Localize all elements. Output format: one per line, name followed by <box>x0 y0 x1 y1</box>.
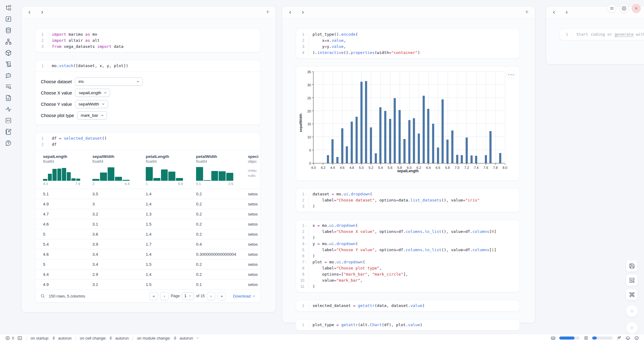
fold-chevron-icon[interactable] <box>304 261 308 264</box>
generate-with-ai-link[interactable]: generate <box>614 32 634 37</box>
chart-options-button[interactable]: ●●● <box>506 69 516 79</box>
stop-circle-icon[interactable] <box>626 305 638 317</box>
column-min-max: 4.37.9 <box>43 182 80 186</box>
notebook-pen-icon[interactable] <box>5 128 12 135</box>
chevron-left-icon[interactable] <box>27 10 32 15</box>
line-number: 1 <box>302 191 304 197</box>
code-editor[interactable]: 1 Start coding or generate with AI <box>560 29 644 40</box>
select-choose-y-value[interactable]: sepalWidth <box>75 100 108 108</box>
package-icon[interactable] <box>5 49 12 56</box>
code-row: 1plot_type = getattr(alt.Chart(df), plot… <box>296 322 520 328</box>
file-tree-icon[interactable] <box>5 4 12 11</box>
on-cell-change-setting[interactable]: on cell change: autorun <box>80 336 129 341</box>
histogram-bar <box>219 171 226 181</box>
file-text-icon[interactable] <box>5 94 12 101</box>
line-number: 2 <box>302 37 304 44</box>
code-editor[interactable]: 1import marimo as mo2import altair as al… <box>35 29 260 52</box>
list-search-icon[interactable] <box>5 83 12 90</box>
code-editor[interactable]: 1plot_type = getattr(alt.Chart(df), plot… <box>296 319 520 330</box>
line-gutter: 3 <box>296 203 309 209</box>
network-icon[interactable] <box>5 38 12 45</box>
on-module-change-setting[interactable]: on module change: autorun <box>137 336 200 341</box>
command-icon[interactable] <box>626 288 638 301</box>
dropdown-row: Choose datasetiris <box>41 76 260 87</box>
code-line: dataset = mo.ui.dropdown( <box>309 191 520 197</box>
cell-plot-type: 1plot_type = getattr(alt.Chart(df), plot… <box>296 319 520 330</box>
terminal-icon[interactable] <box>17 336 22 341</box>
prev-page-button[interactable]: ‹ <box>160 292 169 300</box>
database-icon[interactable] <box>5 27 12 34</box>
select-choose-x-value[interactable]: sepalLength <box>75 89 110 97</box>
add-cell-icon[interactable] <box>265 9 270 16</box>
bot-icon[interactable] <box>625 336 630 341</box>
gridline <box>313 84 505 85</box>
on-startup-setting[interactable]: on startup: autorun <box>30 336 72 341</box>
select-choose-plot-type[interactable]: mark_bar <box>77 111 107 119</box>
column-dtype: float64 <box>43 159 85 164</box>
y-tick-mark <box>312 72 313 72</box>
sparkles-icon[interactable] <box>616 336 621 341</box>
code-editor[interactable]: 1x = mo.ui.dropdown(2 label="Choose X va… <box>296 220 520 292</box>
activity-icon[interactable] <box>5 106 12 112</box>
table-cell: setos <box>240 212 260 216</box>
settings-gear-icon[interactable] <box>620 4 628 13</box>
download-button[interactable]: Download <box>233 294 256 298</box>
chart-bar <box>489 131 492 163</box>
code-editor[interactable]: 1df = selected_dataset()2df <box>35 133 260 150</box>
fold-chevron-icon[interactable] <box>304 193 308 196</box>
code-snippet-icon[interactable] <box>5 117 12 124</box>
column-name: petalLength <box>146 154 188 159</box>
close-icon[interactable] <box>632 4 641 13</box>
code-editor[interactable]: 1selected_dataset = getattr(data, datase… <box>296 300 520 311</box>
line-number: 3 <box>302 235 304 241</box>
chevron-left-icon[interactable] <box>288 10 293 15</box>
code-line: plot_type().encode( <box>309 31 520 37</box>
page-select[interactable]: 1 <box>182 292 194 300</box>
x-tick-mark <box>467 163 467 165</box>
code-editor[interactable]: 1dataset = mo.ui.dropdown(2 label="Choos… <box>296 189 520 212</box>
fold-chevron-icon[interactable] <box>304 242 308 246</box>
code-editor[interactable]: 1plot_type().encode(2 x=x.value,3 y=y.va… <box>296 29 520 58</box>
line-number: 3 <box>41 44 44 50</box>
column-panel-2: 1plot_type().encode(2 x=x.value,3 y=y.va… <box>282 6 535 323</box>
function-square-icon[interactable] <box>5 16 12 22</box>
column-min-max: 16.9 <box>146 182 183 186</box>
add-cell-icon[interactable] <box>524 9 529 16</box>
errors-indicator[interactable]: 0 <box>5 336 14 341</box>
chevron-right-icon[interactable] <box>301 10 306 15</box>
table-cell: 5 <box>35 232 85 237</box>
histogram-bar <box>204 180 211 181</box>
code-row: 2 label="Choose dataset", options=data.l… <box>296 197 520 203</box>
code-row: 1selected_dataset = getattr(data, datase… <box>296 303 520 309</box>
table-cell: 3 <box>85 202 138 206</box>
histogram-bar <box>153 178 160 181</box>
select-value: sepalWidth <box>79 102 99 106</box>
chevron-right-icon[interactable] <box>564 10 569 15</box>
check-circle-icon[interactable] <box>634 336 639 341</box>
table-cell: 1.5 <box>138 282 188 287</box>
first-page-button[interactable]: « <box>149 292 158 300</box>
memory-icon <box>550 336 556 341</box>
code-editor[interactable]: 1mo.vstack([dataset, x, y, plot]) <box>35 60 260 71</box>
select-choose-dataset[interactable]: iris <box>75 77 143 86</box>
help-bubble-icon[interactable] <box>5 140 12 146</box>
next-page-button[interactable]: › <box>207 292 215 300</box>
layout-grid-icon[interactable] <box>626 274 638 286</box>
fold-chevron-icon[interactable] <box>304 224 308 227</box>
play-circle-icon[interactable] <box>626 322 638 334</box>
scroll-text-icon[interactable] <box>5 61 12 67</box>
select-value: sepalLength <box>79 91 101 95</box>
search-icon[interactable] <box>40 294 45 298</box>
save-icon[interactable] <box>626 260 638 272</box>
chevron-right-icon[interactable] <box>40 10 45 15</box>
code-row: 4y = mo.ui.dropdown( <box>296 241 520 247</box>
table-row: 53.61.40.2setos <box>35 229 260 239</box>
table-cell: 0.2 <box>188 222 240 226</box>
chevron-left-icon[interactable] <box>552 10 556 15</box>
last-page-button[interactable]: » <box>217 292 226 300</box>
table-cell: 0.3000000000000004 <box>188 252 240 257</box>
line-gutter: 8 <box>296 265 309 271</box>
bot-chat-icon[interactable] <box>5 72 12 79</box>
fold-chevron-icon[interactable] <box>304 33 308 36</box>
menu-icon[interactable] <box>607 4 616 13</box>
